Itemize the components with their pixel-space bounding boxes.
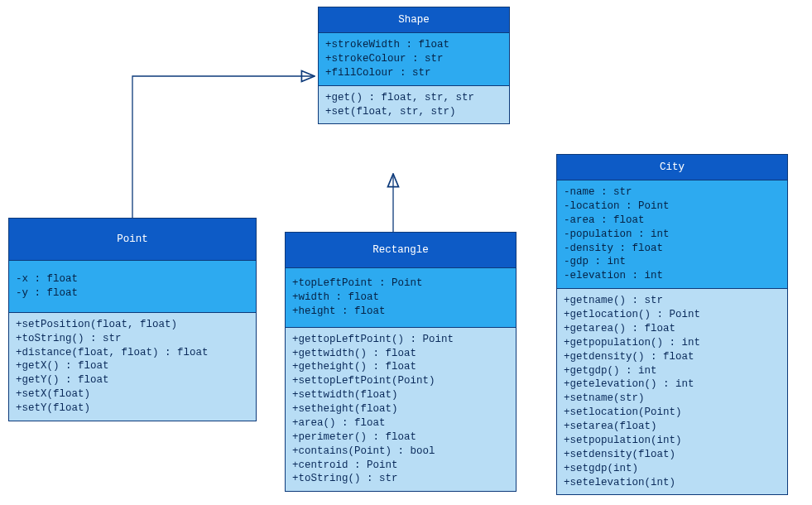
class-shape-title: Shape	[319, 7, 509, 32]
class-rectangle-attributes: +topLeftPoint : Point +width : float +he…	[286, 267, 516, 327]
class-shape-attributes: +strokeWidth : float +strokeColour : str…	[319, 32, 509, 85]
class-point-attributes: -x : float -y : float	[9, 260, 256, 312]
class-city: City -name : str -location : Point -area…	[556, 154, 788, 495]
class-shape: Shape +strokeWidth : float +strokeColour…	[318, 7, 510, 124]
class-city-title: City	[557, 155, 787, 180]
class-point: Point -x : float -y : float +setPosition…	[8, 218, 257, 421]
class-rectangle-title: Rectangle	[286, 233, 516, 267]
class-city-attributes: -name : str -location : Point -area : fl…	[557, 180, 787, 288]
class-rectangle: Rectangle +topLeftPoint : Point +width :…	[285, 232, 517, 492]
class-city-methods: +getname() : str +getlocation() : Point …	[557, 288, 787, 494]
class-shape-methods: +get() : float, str, str +set(float, str…	[319, 85, 509, 124]
class-point-methods: +setPosition(float, float) +toString() :…	[9, 312, 256, 421]
class-point-title: Point	[9, 219, 256, 260]
class-rectangle-methods: +gettopLeftPoint() : Point +gettwidth() …	[286, 327, 516, 492]
arrow-point-to-shape	[132, 76, 315, 218]
